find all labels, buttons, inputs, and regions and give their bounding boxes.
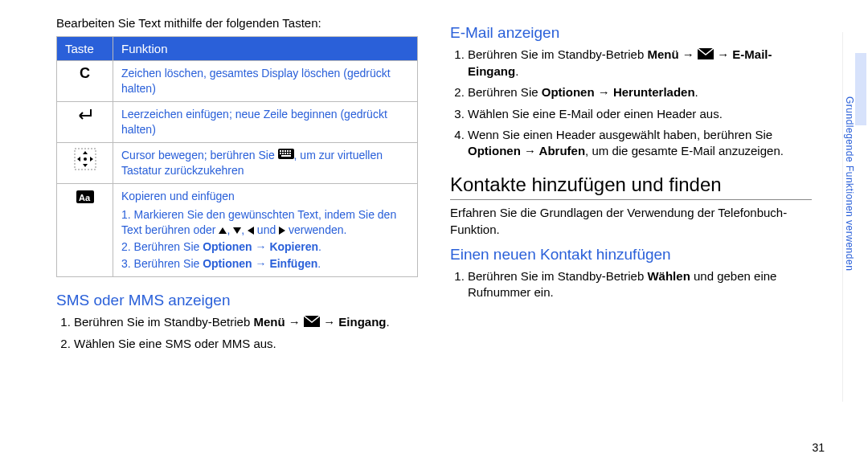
row1-func: Zeichen löschen, gesamtes Display lösche… — [113, 61, 418, 102]
list-item: Berühren Sie im Standby-Betrieb Wählen u… — [468, 268, 812, 301]
svg-text:Aa: Aa — [79, 193, 91, 202]
svg-rect-6 — [285, 150, 286, 152]
c-key-icon: C — [57, 61, 113, 102]
contacts-sub-heading: Einen neuen Kontakt hinzufügen — [450, 246, 812, 264]
keys-table: Taste Funktion C Zeichen löschen, gesamt… — [56, 36, 418, 277]
list-item: Berühren Sie im Standby-Betrieb Menü → →… — [74, 314, 418, 331]
list-item: Berühren Sie Optionen → Herunterladen. — [468, 84, 812, 100]
page-number: 31 — [812, 441, 825, 454]
down-triangle-icon — [233, 227, 241, 234]
sms-list: Berühren Sie im Standby-Betrieb Menü → →… — [56, 314, 418, 352]
svg-rect-13 — [289, 153, 291, 154]
svg-rect-9 — [280, 153, 281, 154]
svg-rect-4 — [280, 150, 281, 152]
email-list: Berühren Sie im Standby-Betrieb Menü → →… — [450, 47, 812, 159]
left-column: Bearbeiten Sie Text mithilfe der folgend… — [56, 16, 418, 357]
up-triangle-icon — [219, 227, 227, 234]
list-item: Wenn Sie einen Header ausgewählt haben, … — [468, 127, 812, 160]
svg-rect-12 — [287, 153, 289, 154]
row2-func: Leerzeichen einfügen; neue Zeile beginne… — [113, 101, 418, 142]
enter-key-icon — [57, 101, 113, 142]
svg-text:C: C — [80, 66, 90, 80]
svg-rect-10 — [282, 153, 284, 154]
svg-rect-14 — [281, 155, 291, 157]
left-triangle-icon — [248, 227, 254, 235]
svg-rect-7 — [287, 150, 289, 152]
sms-heading: SMS oder MMS anzeigen — [56, 292, 418, 309]
contacts-heading: Kontakte hinzufügen und finden — [450, 174, 812, 200]
side-tab-bar — [855, 53, 866, 125]
svg-rect-11 — [285, 153, 286, 154]
envelope-icon — [698, 47, 714, 63]
intro-text: Bearbeiten Sie Text mithilfe der folgend… — [56, 16, 418, 30]
right-triangle-icon — [279, 227, 285, 235]
svg-point-2 — [84, 157, 87, 161]
dpad-key-icon — [57, 142, 113, 184]
th-key: Taste — [57, 37, 113, 61]
contacts-list: Berühren Sie im Standby-Betrieb Wählen u… — [450, 268, 812, 301]
row4-func: Kopieren und einfügen 1. Markieren Sie d… — [113, 184, 418, 276]
svg-rect-8 — [289, 150, 291, 152]
row3-func: Cursor bewegen; berühren Sie , um zur vi… — [113, 142, 418, 184]
list-item: Wählen Sie eine SMS oder MMS aus. — [74, 336, 418, 352]
aa-key-icon: Aa — [57, 184, 113, 276]
keyboard-icon — [278, 148, 294, 163]
contacts-intro: Erfahren Sie die Grundlagen der Verwendu… — [450, 205, 812, 238]
side-tab: Grundlegende Funktionen verwenden — [842, 32, 868, 402]
list-item: Wählen Sie eine E-Mail oder einen Header… — [468, 106, 812, 122]
side-tab-label: Grundlegende Funktionen verwenden — [844, 96, 855, 271]
list-item: Berühren Sie im Standby-Betrieb Menü → →… — [468, 47, 812, 80]
svg-rect-5 — [282, 150, 284, 152]
th-func: Funktion — [113, 37, 418, 61]
envelope-icon — [304, 315, 320, 331]
right-column: E-Mail anzeigen Berühren Sie im Standby-… — [450, 16, 812, 357]
email-heading: E-Mail anzeigen — [450, 24, 812, 42]
